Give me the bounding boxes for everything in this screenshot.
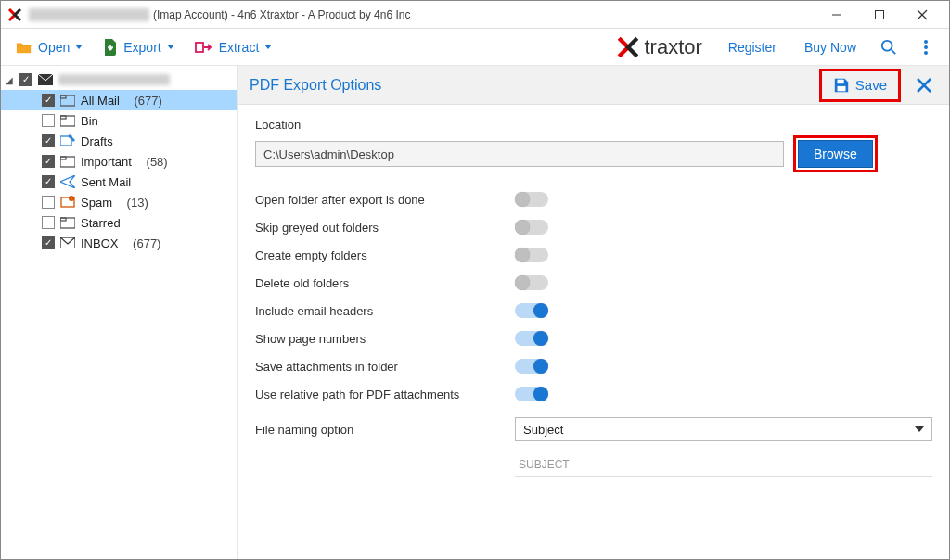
toggle-switch[interactable] [515, 248, 548, 262]
tree-item-label: Starred [81, 216, 121, 230]
maximize-button[interactable] [858, 1, 901, 29]
option-row: Show page numbers [255, 325, 932, 352]
toggle-switch[interactable] [515, 359, 548, 374]
option-row: Delete old folders [255, 269, 932, 297]
location-input[interactable] [255, 141, 784, 167]
spam-icon: ! [60, 196, 75, 209]
export-label: Export [123, 40, 160, 55]
checkbox[interactable] [42, 94, 55, 107]
inbox-icon [60, 236, 75, 249]
option-label: Delete old folders [255, 276, 515, 290]
file-naming-dropdown[interactable]: Subject [515, 417, 932, 441]
svg-rect-4 [196, 43, 203, 52]
tree-item-label: Important [81, 155, 132, 169]
checkbox[interactable] [42, 155, 55, 168]
svg-point-7 [924, 40, 928, 44]
app-window: (Imap Account) - 4n6 Xtraxtor - A Produc… [0, 0, 950, 560]
save-button[interactable]: Save [824, 73, 896, 97]
caret-down-icon [915, 426, 924, 432]
buy-now-link[interactable]: Buy Now [793, 36, 867, 58]
option-label: Save attachments in folder [255, 360, 515, 374]
option-label: Open folder after export is done [255, 193, 515, 207]
open-menu-button[interactable]: Open [8, 36, 90, 58]
svg-rect-14 [60, 116, 66, 119]
svg-point-8 [924, 45, 928, 49]
toggle-switch[interactable] [515, 192, 548, 207]
option-row: Create empty folders [255, 241, 932, 269]
tree-item-starred[interactable]: Starred [1, 212, 238, 233]
file-naming-value: Subject [523, 423, 563, 437]
svg-rect-1 [876, 10, 884, 19]
browse-button[interactable]: Browse [798, 140, 873, 168]
svg-rect-22 [60, 218, 66, 221]
tree-item-label: Spam [81, 196, 112, 210]
sent-icon [60, 175, 75, 188]
option-row: Open folder after export is done [255, 185, 932, 213]
tree-item-label: All Mail [81, 94, 120, 108]
checkbox[interactable] [42, 114, 55, 127]
extract-label: Extract [219, 40, 260, 55]
option-label: Show page numbers [255, 332, 515, 346]
tree-item-inbox[interactable]: INBOX (677) [1, 233, 238, 253]
register-link[interactable]: Register [717, 36, 788, 58]
toggle-switch[interactable] [515, 331, 548, 346]
account-email-redacted [58, 74, 170, 85]
checkbox[interactable] [42, 175, 55, 188]
option-label: Include email headers [255, 304, 515, 318]
more-menu-button[interactable] [910, 39, 942, 56]
toggle-switch[interactable] [515, 303, 548, 318]
close-window-button[interactable] [901, 1, 944, 29]
tree-item-label: Sent Mail [81, 175, 131, 189]
caret-down-icon [167, 45, 174, 49]
window-title: (Imap Account) - 4n6 Xtraxtor - A Produc… [153, 8, 410, 21]
tree-item-all-mail[interactable]: All Mail (677) [1, 90, 238, 110]
minimize-button[interactable] [815, 1, 858, 29]
tree-item-label: INBOX [81, 236, 118, 250]
brand-x-icon [616, 35, 640, 59]
drafts-icon [60, 134, 75, 147]
search-button[interactable] [873, 39, 905, 56]
save-disk-icon [833, 77, 850, 94]
file-naming-label: File naming option [255, 423, 515, 437]
main-toolbar: Open Export Extract traxtor Register Buy… [1, 29, 949, 66]
option-label: Use relative path for PDF attachments [255, 388, 515, 401]
svg-rect-13 [60, 116, 75, 126]
account-name-redacted [29, 8, 149, 21]
option-label: Skip greyed out folders [255, 221, 515, 235]
checkbox[interactable] [42, 134, 55, 147]
svg-rect-21 [60, 218, 75, 228]
app-logo-icon [6, 6, 23, 23]
toggle-switch[interactable] [515, 220, 548, 235]
collapse-arrow-icon[interactable]: ◢ [5, 75, 14, 85]
checkbox[interactable] [42, 196, 55, 209]
close-panel-button[interactable] [910, 77, 938, 94]
checkbox[interactable] [19, 73, 32, 86]
extract-menu-button[interactable]: Extract [187, 36, 280, 58]
toggle-switch[interactable] [515, 387, 548, 401]
tree-item-important[interactable]: Important (58) [1, 151, 238, 172]
brand-text: traxtor [644, 35, 701, 59]
export-options-panel: PDF Export Options Save Location [238, 66, 949, 559]
tree-item-count: (677) [135, 94, 162, 108]
folder-tree: ◢ All Mail (677)BinDraftsImportant (58)S… [1, 66, 238, 559]
toggle-switch[interactable] [515, 275, 548, 290]
tree-item-drafts[interactable]: Drafts [1, 131, 238, 151]
svg-text:!: ! [71, 196, 71, 201]
caret-down-icon [264, 45, 272, 49]
export-menu-button[interactable]: Export [96, 35, 181, 59]
tree-item-spam[interactable]: !Spam (13) [1, 192, 238, 212]
tree-item-count: (677) [133, 236, 160, 250]
tree-root-row[interactable]: ◢ [1, 70, 238, 90]
open-label: Open [38, 40, 70, 55]
tree-item-count: (58) [147, 155, 168, 169]
location-label: Location [255, 118, 932, 132]
tree-item-sent-mail[interactable]: Sent Mail [1, 172, 238, 192]
checkbox[interactable] [42, 216, 55, 229]
panel-header: PDF Export Options Save [238, 66, 949, 105]
tree-item-bin[interactable]: Bin [1, 110, 238, 131]
caret-down-icon [75, 45, 83, 49]
tree-item-label: Bin [81, 114, 98, 128]
svg-line-6 [892, 49, 896, 54]
checkbox[interactable] [42, 236, 55, 249]
svg-rect-17 [60, 157, 66, 159]
